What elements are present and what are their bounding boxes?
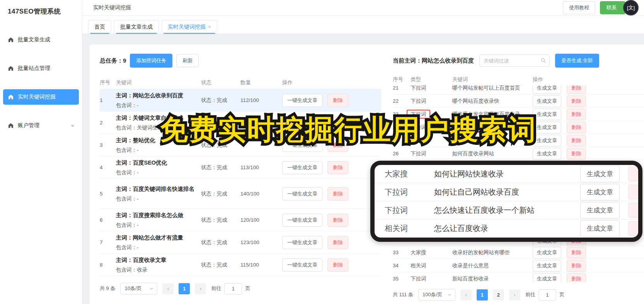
table-row[interactable]: 33大家搜 收录好的发帖网站有哪些 生成文章删除 — [393, 246, 644, 259]
refresh-button[interactable]: 刷新 — [176, 54, 199, 67]
inset-row: 下拉词 怎么快速让百度收录一个新站 生成文章 — [375, 201, 638, 219]
contact-button[interactable]: 联系 — [600, 1, 625, 14]
prev-page-button[interactable]: ‹ — [162, 283, 174, 294]
sidebar: 147SEO管理系统 批量文章生成 批量站点管理 实时关键词挖掘 账户管理 — [0, 0, 82, 304]
delete-button[interactable]: 删除 — [567, 135, 586, 146]
delete-button — [628, 221, 642, 236]
table-row[interactable]: 26下拉词 如何百度收录网站 生成文章删除 — [393, 147, 644, 160]
delete-button[interactable]: 删除 — [567, 109, 586, 120]
top-bar: 实时关键词挖掘 使用教程 联系 [文] — [82, 0, 644, 16]
topbar-actions: 使用教程 联系 [文] — [563, 1, 639, 14]
table-row[interactable]: 1 主词：网站怎么收录到百度包含词：- 状态：完成112/100 一键生成文章删… — [100, 89, 381, 112]
next-page-button[interactable]: › — [195, 283, 206, 294]
generate-article-button[interactable]: 生成文章 — [533, 109, 561, 120]
keyword-table-header: 序号类型 关键词操作 — [393, 74, 644, 85]
generate-article-button[interactable]: 生成文章 — [533, 122, 561, 133]
delete-button[interactable]: 删除 — [327, 161, 348, 174]
next-page-button[interactable]: › — [509, 289, 520, 301]
generate-article-button[interactable]: 一键生成文章 — [282, 236, 322, 249]
delete-button[interactable]: 删除 — [327, 214, 348, 227]
generate-article-button[interactable]: 生成文章 — [533, 247, 561, 258]
sidebar-nav: 批量文章生成 批量站点管理 实时关键词挖掘 账户管理 — [0, 32, 82, 133]
app-title: 147SEO管理系统 — [0, 4, 82, 16]
generate-article-button[interactable]: 生成文章 — [533, 95, 561, 107]
app-root: 147SEO管理系统 批量文章生成 批量站点管理 实时关键词挖掘 账户管理 — [0, 0, 644, 304]
total-count: 共 9 条 — [100, 285, 115, 292]
table-row[interactable]: 5 主词：百度关键词排名快速排名包含词：- 状态：完成140/100 一键生成文… — [100, 179, 381, 209]
delete-button — [628, 203, 642, 217]
delete-button[interactable]: 删除 — [567, 273, 586, 283]
chevron-down-icon — [70, 123, 75, 128]
delete-button — [628, 166, 642, 181]
delete-button[interactable]: 删除 — [567, 95, 586, 107]
generate-article-button[interactable]: 生成文章 — [533, 273, 561, 283]
keyword-filter — [479, 54, 550, 67]
task-panel: 总任务：9 添加挖词任务 刷新 序号关键词 状态数量 操作 1 主词：网站怎么收… — [90, 44, 388, 304]
total-tasks-label: 总任务：9 — [100, 57, 126, 65]
table-row[interactable]: 22下拉词 哪个网站百度收录快 生成文章删除 — [393, 95, 644, 108]
generate-article-button[interactable]: 一键生成文章 — [282, 187, 322, 200]
watermark-icon: [文] — [623, 0, 639, 15]
home-icon — [8, 122, 14, 129]
sidebar-item-label: 实时关键词挖掘 — [18, 93, 56, 100]
sidebar-item-article-generation[interactable]: 批量文章生成 — [3, 32, 79, 48]
table-row[interactable]: 6 主词：百度搜索排名怎么做包含词：- 状态：完成120/100 一键生成文章删… — [100, 209, 381, 231]
generate-article-button[interactable]: 生成文章 — [533, 148, 561, 160]
generate-article-button[interactable]: 一键生成文章 — [282, 258, 322, 272]
page-number-2[interactable]: 2 — [493, 289, 504, 301]
table-row[interactable]: 21下拉词 哪个网站发帖可以上百度首页 生成文章删除 — [393, 85, 644, 95]
page-number-1[interactable]: 1 — [179, 283, 190, 294]
generate-article-button: 生成文章 — [580, 220, 620, 237]
table-row[interactable]: 4 主词：百度SEO优化包含词：- 状态：完成113/100 一键生成文章删除 — [100, 156, 381, 179]
page-number-1[interactable]: 1 — [477, 289, 488, 301]
table-row[interactable]: 35下拉词 新站百度秒收录 生成文章删除 — [393, 272, 644, 282]
delete-button — [628, 185, 642, 199]
keyword-panel-header: 当前主词：网站怎么收录到百度 是否生成:全部 — [393, 54, 644, 68]
page-size-select[interactable]: 10条/页 — [120, 283, 157, 294]
task-table-header: 序号关键词 状态数量 操作 — [100, 76, 381, 89]
close-icon[interactable]: × — [208, 24, 211, 30]
prev-page-button[interactable]: ‹ — [460, 289, 472, 301]
goto-page-input[interactable] — [538, 289, 556, 301]
tutorial-button[interactable]: 使用教程 — [563, 1, 595, 14]
home-icon — [8, 37, 14, 43]
clipped-row-container: 35下拉词 新站百度秒收录 生成文章删除 — [393, 272, 644, 282]
add-task-button[interactable]: 添加挖词任务 — [130, 54, 172, 68]
current-main-keyword: 当前主词：网站怎么收录到百度 — [393, 57, 474, 65]
generate-article-button[interactable]: 生成文章 — [533, 260, 561, 272]
delete-button[interactable]: 删除 — [567, 122, 586, 133]
home-icon — [8, 65, 14, 71]
sidebar-item-keyword-mining[interactable]: 实时关键词挖掘 — [3, 89, 79, 105]
generate-all-button[interactable]: 是否生成:全部 — [555, 54, 599, 68]
goto-page-input[interactable] — [224, 283, 242, 294]
clipped-row-container: 21下拉词 哪个网站发帖可以上百度首页 生成文章删除 — [393, 85, 644, 95]
tab-keyword-mining[interactable]: 实时关键词挖掘× — [162, 20, 217, 34]
delete-button[interactable]: 删除 — [567, 260, 586, 272]
chevron-down-icon — [149, 286, 154, 291]
keyword-filter-input[interactable] — [479, 54, 550, 67]
delete-button[interactable]: 删除 — [567, 247, 586, 258]
delete-button[interactable]: 删除 — [327, 236, 348, 249]
delete-button[interactable]: 删除 — [567, 148, 586, 160]
generate-article-button[interactable]: 生成文章 — [533, 135, 561, 146]
page-size-select[interactable]: 100条/页 — [418, 289, 455, 301]
table-row[interactable]: 34相关词 收录是什么意思 生成文章删除 — [393, 259, 644, 272]
generate-article-button[interactable]: 一键生成文章 — [282, 214, 322, 227]
generate-article-button[interactable]: 一键生成文章 — [282, 161, 322, 174]
table-row[interactable]: 7 主词：网站怎么做才有流量包含词：- 状态：完成123/100 一键生成文章删… — [100, 231, 381, 254]
table-row[interactable]: 8 主词：百度收录文章包含词：收录 状态：完成115/100 一键生成文章删除 — [100, 254, 381, 276]
delete-button[interactable]: 删除 — [327, 187, 348, 200]
home-icon — [8, 94, 14, 100]
delete-button[interactable]: 删除 — [567, 85, 586, 94]
sidebar-item-account[interactable]: 账户管理 — [3, 118, 79, 133]
total-count: 共 111 条 — [393, 291, 413, 298]
inset-row: 下拉词 如何让自己网站收录百度 生成文章 — [375, 183, 638, 201]
tab-article-generation[interactable]: 批量文章生成 — [114, 20, 159, 34]
generate-article-button[interactable]: 生成文章 — [533, 85, 561, 94]
delete-button[interactable]: 删除 — [327, 258, 348, 272]
tab-home[interactable]: 首页 — [88, 20, 111, 34]
sidebar-item-site-management[interactable]: 批量站点管理 — [3, 61, 79, 76]
generate-article-button: 生成文章 — [580, 184, 620, 200]
generate-article-button[interactable]: 一键生成文章 — [282, 94, 322, 107]
delete-button[interactable]: 删除 — [327, 94, 348, 107]
